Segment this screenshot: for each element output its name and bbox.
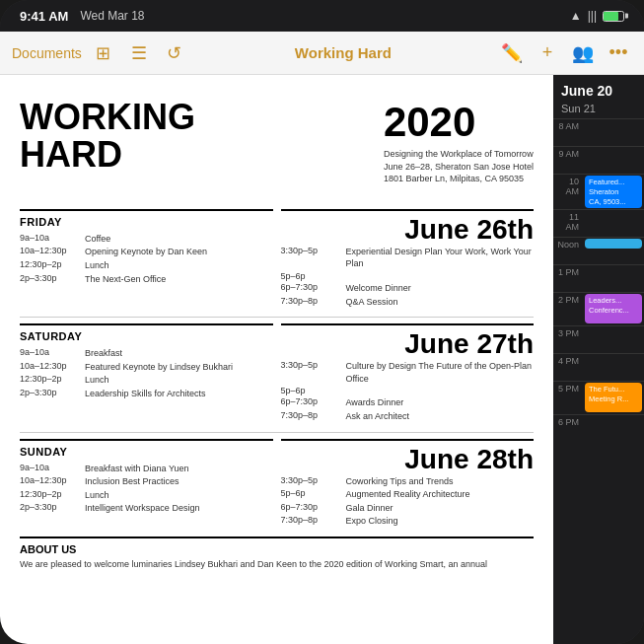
document-title: Working Hard — [196, 44, 490, 61]
layout-icon[interactable]: ⊞ — [90, 39, 117, 67]
cal-time-row: 6 PM — [553, 414, 644, 442]
cal-event[interactable]: Leaders...Conferenc... — [585, 294, 642, 323]
share-icon[interactable]: 👥 — [569, 39, 597, 67]
section-divider — [20, 432, 534, 433]
status-date: Wed Mar 18 — [80, 9, 144, 23]
cal-event[interactable] — [585, 239, 642, 249]
list-item: 7:30p–8p Q&A Session — [281, 296, 535, 309]
list-item: 6p–7:30p Awards Dinner — [281, 396, 535, 409]
status-icons: ▲ ||| — [570, 9, 624, 23]
list-item: 9a–10a Breakfast with Diana Yuen — [20, 463, 273, 475]
list-item: 7:30p–8p Ask an Architect — [281, 410, 535, 423]
list-item: 12:30p–2p Lunch — [20, 489, 273, 502]
friday-header: FRIDAY — [20, 209, 273, 228]
status-bar: 9:41 AM Wed Mar 18 ▲ ||| — [0, 0, 644, 32]
cal-time-row: 1 PM — [553, 264, 644, 292]
cal-time-row: 4 PM — [553, 353, 644, 381]
doc-main-title: WORKINGHARD — [20, 99, 195, 174]
cal-time-row: 3 PM — [553, 325, 644, 353]
cal-time-row: 2 PM Leaders...Conferenc... — [553, 292, 644, 325]
about-label: ABOUT US — [20, 543, 534, 555]
sunday-section: SUNDAY 9a–10a Breakfast with Diana Yuen … — [20, 439, 534, 529]
list-item: 12:30p–2p Lunch — [20, 259, 273, 272]
cal-time-row: 11 AM — [553, 209, 644, 237]
list-item: 7:30p–8p Expo Closing — [281, 515, 535, 528]
cal-event[interactable]: Featured...SheratonCA, 9503... — [585, 176, 642, 208]
sunday-date: June 28th — [281, 439, 535, 475]
documents-button[interactable]: Documents — [12, 45, 82, 61]
list-item: 2p–3:30p The Next-Gen Office — [20, 273, 273, 286]
pen-icon[interactable]: ✏️ — [498, 39, 526, 67]
cal-month-header: June 20 — [553, 75, 644, 103]
device-frame: 9:41 AM Wed Mar 18 ▲ ||| Documents ⊞ ☰ ↺… — [0, 0, 644, 644]
status-time: 9:41 AM — [20, 9, 68, 24]
list-item: 3:30p–5p Experiential Design Plan Your W… — [281, 246, 535, 270]
about-section: ABOUT US We are pleased to welcome lumin… — [20, 537, 534, 572]
list-item: 12:30p–2p Lunch — [20, 374, 273, 387]
signal-icon: ||| — [588, 9, 597, 23]
history-icon[interactable]: ↺ — [161, 39, 188, 67]
list-icon[interactable]: ☰ — [125, 39, 153, 67]
doc-year-block: 2020 Designing the Workplace of Tomorrow… — [384, 99, 534, 185]
cal-time-row: Noon — [553, 237, 644, 264]
doc-header: WORKINGHARD 2020 Designing the Workplace… — [20, 99, 534, 193]
list-item: 5p–6p — [281, 386, 535, 395]
cal-time-row: 8 AM — [553, 118, 644, 146]
sunday-header: SUNDAY — [20, 439, 273, 458]
saturday-section: SATURDAY 9a–10a Breakfast 10a–12:30p Fea… — [20, 323, 534, 423]
doc-subtitle: Designing the Workplace of TomorrowJune … — [384, 148, 534, 185]
list-item: 9a–10a Breakfast — [20, 347, 273, 360]
doc-year: 2020 — [384, 99, 534, 146]
list-item: 10a–12:30p Opening Keynote by Dan Keen — [20, 246, 273, 258]
list-item: 3:30p–5p Culture by Design The Future of… — [281, 360, 535, 385]
saturday-header: SATURDAY — [20, 323, 273, 342]
friday-date: June 26th — [281, 209, 535, 246]
cal-time-row: 5 PM The Futu...Meeting R... — [553, 381, 644, 414]
cal-time-row: 9 AM — [553, 146, 644, 174]
calendar-pane: June 20 Sun 21 8 AM 9 AM 10 AM Featured.… — [553, 75, 644, 644]
list-item: 5p–6p — [281, 271, 535, 281]
list-item: 10a–12:30p Inclusion Best Practices — [20, 475, 273, 488]
cal-event[interactable]: The Futu...Meeting R... — [585, 383, 642, 412]
list-item: 5p–6p Augmented Reality Architecture — [281, 488, 535, 501]
main-area: WORKINGHARD 2020 Designing the Workplace… — [0, 75, 644, 644]
toolbar: Documents ⊞ ☰ ↺ Working Hard ✏️ + 👥 ••• — [0, 32, 644, 75]
list-item: 2p–3:30p Intelligent Workspace Design — [20, 502, 273, 515]
friday-section: FRIDAY 9a–10a Coffee 10a–12:30p Opening … — [20, 209, 534, 309]
battery-icon — [603, 11, 624, 22]
more-icon[interactable]: ••• — [605, 39, 632, 67]
section-divider — [20, 317, 534, 318]
list-item: 10a–12:30p Featured Keynote by Lindsey B… — [20, 361, 273, 374]
cal-time-row: 10 AM Featured...SheratonCA, 9503... — [553, 174, 644, 209]
document-pane: WORKINGHARD 2020 Designing the Workplace… — [0, 75, 553, 644]
list-item: 2p–3:30p Leadership Skills for Architect… — [20, 388, 273, 400]
saturday-date: June 27th — [281, 323, 535, 360]
list-item: 6p–7:30p Gala Dinner — [281, 502, 535, 515]
about-text: We are pleased to welcome luminaries Lin… — [20, 558, 534, 572]
list-item: 3:30p–5p Coworking Tips and Trends — [281, 475, 535, 488]
cal-day-label: Sun 21 — [553, 103, 644, 118]
add-icon[interactable]: + — [534, 39, 561, 67]
list-item: 6p–7:30p Welcome Dinner — [281, 282, 535, 295]
list-item: 9a–10a Coffee — [20, 233, 273, 246]
wifi-icon: ▲ — [570, 9, 582, 23]
